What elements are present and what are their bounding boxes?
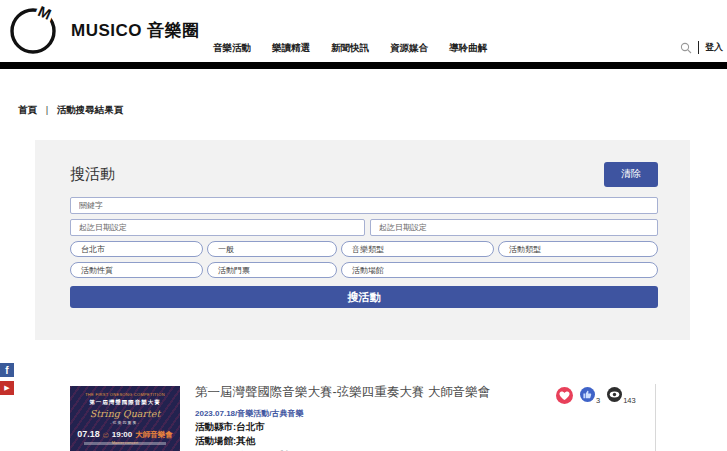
filter-audience-select[interactable]: 一般 bbox=[207, 241, 337, 257]
poster-subtitle-cn: -弦樂四重奏- bbox=[70, 420, 180, 425]
header-divider bbox=[698, 41, 699, 54]
date-from-input[interactable] bbox=[70, 219, 365, 236]
filter-music-type-select[interactable]: 音樂類型 bbox=[341, 241, 494, 257]
poster-date: 07.18 bbox=[77, 429, 100, 439]
event-venue: 活動場館:其他 bbox=[195, 435, 555, 448]
nav-item-resources[interactable]: 資源媒合 bbox=[390, 42, 428, 55]
main-nav: 音樂活動 樂讀精選 新聞快訊 資源媒合 導聆曲解 bbox=[213, 42, 487, 55]
logo-text: MUSICO 音樂圈 bbox=[71, 19, 200, 42]
keyword-input[interactable] bbox=[70, 197, 658, 214]
poster-competition-title: THE FIRST ONESONG COMPETITION bbox=[70, 392, 180, 397]
breadcrumb-home[interactable]: 首頁 bbox=[18, 104, 37, 115]
poster-footer-textline bbox=[84, 442, 165, 445]
event-info: 第一屆灣聲國際音樂大賽-弦樂四重奏大賽 大師音樂會 2023.07.18/音樂活… bbox=[195, 384, 555, 451]
nav-item-events[interactable]: 音樂活動 bbox=[213, 42, 251, 55]
event-meta-link[interactable]: 2023.07.18/音樂活動/古典音樂 bbox=[195, 408, 555, 419]
share-button[interactable]: 3 bbox=[580, 387, 600, 405]
eye-icon bbox=[607, 387, 622, 402]
musico-logo-icon: M bbox=[8, 5, 58, 56]
logo[interactable]: M MUSICO 音樂圈 bbox=[8, 5, 200, 56]
search-icon[interactable] bbox=[680, 42, 692, 54]
poster-time: 19:00 bbox=[112, 430, 132, 439]
nav-item-reads[interactable]: 樂讀精選 bbox=[272, 42, 310, 55]
event-county: 活動縣市:台北市 bbox=[195, 421, 555, 434]
event-poster-thumbnail[interactable]: THE FIRST ONESONG COMPETITION 第一屆灣聲國際音樂大… bbox=[70, 386, 180, 451]
filter-city-select[interactable]: 台北市 bbox=[70, 241, 203, 257]
breadcrumb-separator: | bbox=[46, 104, 48, 115]
header: M MUSICO 音樂圈 音樂活動 樂讀精選 新聞快訊 資源媒合 導聆曲解 登入 bbox=[0, 0, 727, 69]
share-count: 3 bbox=[596, 396, 600, 405]
facebook-icon[interactable]: f bbox=[0, 363, 14, 377]
login-button[interactable]: 登入 bbox=[705, 41, 723, 54]
nav-item-guided-listening[interactable]: 導聆曲解 bbox=[449, 42, 487, 55]
social-rail: f ▶ bbox=[0, 363, 14, 395]
views-indicator[interactable]: 143 bbox=[607, 387, 636, 405]
date-to-input[interactable] bbox=[370, 219, 658, 236]
poster-event-name: 大師音樂會 bbox=[135, 430, 173, 440]
poster-weekday: ㊁ bbox=[103, 431, 109, 440]
card-right-divider bbox=[655, 384, 656, 451]
youtube-icon[interactable]: ▶ bbox=[0, 381, 14, 395]
date-row bbox=[70, 219, 658, 236]
filter-ticket-select[interactable]: 活動門票 bbox=[207, 262, 337, 278]
event-title[interactable]: 第一屆灣聲國際音樂大賽-弦樂四重奏大賽 大師音樂會 bbox=[195, 384, 555, 401]
header-black-bar bbox=[0, 62, 727, 69]
poster-chinese-title: 第一屆灣聲國際音樂大賽 bbox=[70, 399, 180, 406]
breadcrumb-current: 活動搜尋結果頁 bbox=[57, 104, 124, 115]
heart-icon bbox=[556, 387, 573, 404]
panel-title: 搜活動 bbox=[70, 165, 115, 184]
view-count: 143 bbox=[623, 396, 636, 405]
filter-row-1: 台北市 一般 音樂類型 活動類型 bbox=[70, 241, 658, 257]
event-search-panel: 搜活動 清除 台北市 一般 音樂類型 活動類型 活動性質 活動門票 活動場館 搜… bbox=[35, 140, 690, 340]
poster-string-quartet: String Quartet bbox=[70, 408, 180, 419]
poster-datetime-row: 07.18 ㊁ 19:00 大師音樂會 bbox=[70, 429, 180, 440]
like-button[interactable] bbox=[556, 387, 573, 404]
clear-button[interactable]: 清除 bbox=[604, 162, 658, 187]
event-stats: 3 143 bbox=[556, 387, 643, 405]
header-right: 登入 bbox=[680, 41, 723, 54]
filter-nature-select[interactable]: 活動性質 bbox=[70, 262, 203, 278]
filter-row-2: 活動性質 活動門票 活動場館 bbox=[70, 262, 658, 278]
search-events-button[interactable]: 搜活動 bbox=[70, 286, 658, 308]
thumbs-up-icon bbox=[580, 387, 595, 402]
nav-item-news[interactable]: 新聞快訊 bbox=[331, 42, 369, 55]
panel-header: 搜活動 清除 bbox=[70, 140, 658, 188]
filter-event-type-select[interactable]: 活動類型 bbox=[498, 241, 658, 257]
filter-venue-select[interactable]: 活動場館 bbox=[341, 262, 658, 278]
breadcrumb: 首頁 | 活動搜尋結果頁 bbox=[18, 104, 123, 117]
